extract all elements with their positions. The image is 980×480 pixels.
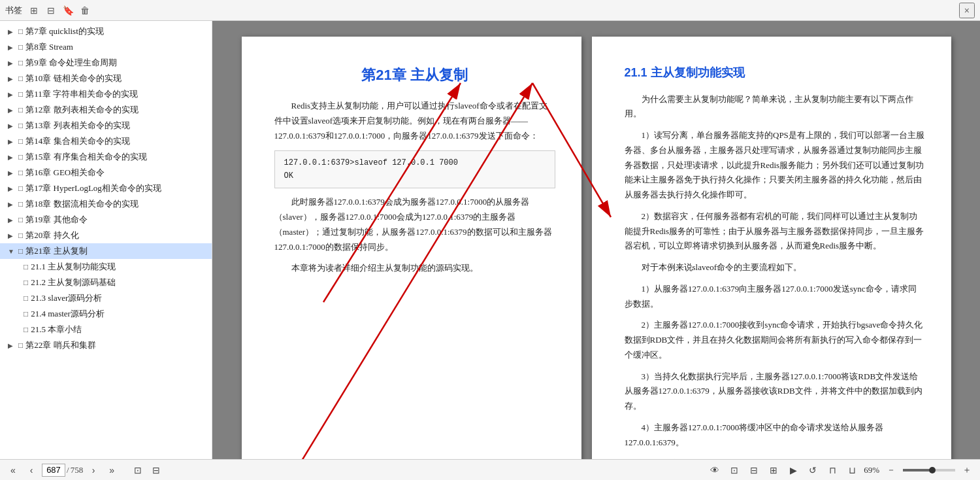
sidebar-item-ch16[interactable]: ▶ □ 第16章 GEO相关命令 bbox=[0, 165, 212, 180]
page-current-input[interactable] bbox=[42, 464, 65, 477]
bookmark-collapse-btn[interactable]: ⊟ bbox=[44, 4, 57, 17]
page-icon-ch19: □ bbox=[18, 215, 23, 225]
arrow-icon-ch22: ▶ bbox=[8, 342, 17, 349]
section-title: 21.1 主从复制功能实现 bbox=[625, 63, 925, 83]
sidebar-item-ch7[interactable]: ▶ □ 第7章 quicklist的实现 bbox=[0, 24, 212, 39]
chapter-title: 第21章 主从复制 bbox=[274, 63, 555, 87]
sidebar-item-ch21-4[interactable]: □ 21.4 master源码分析 bbox=[0, 306, 212, 322]
nav-prev-btn[interactable]: ‹ bbox=[24, 462, 39, 478]
fit-page-btn[interactable]: ⊡ bbox=[727, 462, 742, 478]
nav-next-btn[interactable]: › bbox=[86, 462, 101, 478]
arrow-icon-ch8: ▶ bbox=[8, 44, 17, 51]
arrow-icon-ch7: ▶ bbox=[8, 28, 17, 35]
bookmark-expand-btn[interactable]: ⊞ bbox=[27, 4, 41, 17]
arrow-icon-ch19: ▶ bbox=[8, 216, 17, 224]
sidebar-item-ch21-5[interactable]: □ 21.5 本章小结 bbox=[0, 322, 212, 337]
bookmark-add-btn[interactable]: 🔖 bbox=[61, 4, 74, 17]
arrow-icon-ch14: ▶ bbox=[8, 138, 17, 145]
right-para7: 3）当持久化数据执行完毕后，主服务器127.0.0.1:7000将该RDB文件发… bbox=[625, 369, 925, 414]
page-total-num: 758 bbox=[71, 465, 84, 475]
page-icon-ch7: □ bbox=[18, 27, 23, 37]
pdf-area[interactable]: 第21章 主从复制 Redis支持主从复制功能，用户可以通过执行slaveof命… bbox=[212, 21, 980, 459]
sidebar-item-ch21-1[interactable]: □ 21.1 主从复制功能实现 bbox=[0, 259, 212, 275]
page-icon-ch10: □ bbox=[18, 74, 23, 84]
arrow-icon-ch18: ▶ bbox=[8, 201, 17, 208]
crop-btn[interactable]: ⊓ bbox=[825, 462, 840, 478]
nav-last-btn[interactable]: » bbox=[104, 462, 120, 478]
sidebar-item-ch12[interactable]: ▶ □ 第12章 散列表相关命令的实现 bbox=[0, 102, 212, 118]
sidebar-item-ch21-2[interactable]: □ 21.2 主从复制源码基础 bbox=[0, 275, 212, 290]
sidebar-label-ch21-5: 21.5 本章小结 bbox=[31, 324, 82, 335]
sidebar-label-ch8: 第8章 Stream bbox=[25, 41, 73, 53]
arrow-icon-ch16: ▶ bbox=[8, 169, 17, 177]
right-para6: 2）主服务器127.0.0.1:7000接收到sync命令请求，开始执行bgsa… bbox=[625, 318, 925, 362]
nav-first-btn[interactable]: « bbox=[5, 462, 21, 478]
sidebar-label-ch12: 第12章 散列表相关命令的实现 bbox=[25, 104, 138, 116]
main-area: ▶ □ 第7章 quicklist的实现 ▶ □ 第8章 Stream ▶ □ … bbox=[0, 21, 980, 459]
sidebar-item-ch17[interactable]: ▶ □ 第17章 HyperLogLog相关命令的实现 bbox=[0, 180, 212, 196]
code-block: 127.0.0.1:6379>slaveof 127.0.0.1 7000 OK bbox=[274, 150, 555, 189]
sidebar-label-ch16: 第16章 GEO相关命令 bbox=[25, 167, 105, 179]
zoom-in-btn[interactable]: ＋ bbox=[959, 462, 975, 478]
zoom-out-btn[interactable]: － bbox=[883, 462, 899, 478]
sidebar-label-ch18: 第18章 数据流相关命令的实现 bbox=[25, 198, 138, 210]
right-para3: 2）数据容灾，任何服务器都有宕机的可能，我们同样可以通过主从复制功能提升Redi… bbox=[625, 209, 925, 254]
zoom-slider[interactable] bbox=[903, 469, 955, 471]
bookmark-toolbar: 书签 ⊞ ⊟ 🔖 🗑 × bbox=[0, 0, 980, 21]
page-layout-single-btn[interactable]: ⊡ bbox=[130, 462, 146, 478]
sidebar-item-ch18[interactable]: ▶ □ 第18章 数据流相关命令的实现 bbox=[0, 196, 212, 212]
rotate-btn[interactable]: ↺ bbox=[805, 462, 821, 478]
page-icon-ch22: □ bbox=[18, 341, 23, 351]
bookmark-toolbar-title: 书签 bbox=[5, 5, 22, 16]
page-icon-ch21-2: □ bbox=[24, 278, 28, 288]
sidebar-label-ch7: 第7章 quicklist的实现 bbox=[25, 26, 104, 37]
fit-width-btn[interactable]: ⊟ bbox=[746, 462, 762, 478]
sidebar-label-ch10: 第10章 链相关命令的实现 bbox=[25, 73, 121, 84]
sidebar-item-ch13[interactable]: ▶ □ 第13章 列表相关命令的实现 bbox=[0, 118, 212, 133]
sidebar-item-ch11[interactable]: ▶ □ 第11章 字符串相关命令的实现 bbox=[0, 86, 212, 102]
sidebar-content[interactable]: ▶ □ 第7章 quicklist的实现 ▶ □ 第8章 Stream ▶ □ … bbox=[0, 21, 212, 459]
sidebar-label-ch13: 第13章 列表相关命令的实现 bbox=[25, 120, 129, 131]
page-icon-ch12: □ bbox=[18, 105, 23, 115]
arrow-icon-ch11: ▶ bbox=[8, 91, 17, 98]
eye-btn[interactable]: 👁 bbox=[707, 462, 723, 478]
page-icon-ch11: □ bbox=[18, 90, 23, 99]
right-para1: 为什么需要主从复制功能呢？简单来说，主从复制功能主要有以下两点作用。 bbox=[625, 92, 925, 122]
sidebar-item-ch10[interactable]: ▶ □ 第10章 链相关命令的实现 bbox=[0, 71, 212, 86]
sidebar-label-ch19: 第19章 其他命令 bbox=[25, 214, 87, 226]
code-line1: 127.0.0.1:6379>slaveof 127.0.0.1 7000 bbox=[284, 156, 546, 169]
left-para2: 此时服务器127.0.0.1:6379会成为服务器127.0.0.1:7000的… bbox=[274, 195, 555, 254]
sidebar-item-ch19[interactable]: ▶ □ 第19章 其他命令 bbox=[0, 212, 212, 228]
pdf-left-page: 第21章 主从复制 Redis支持主从复制功能，用户可以通过执行slaveof命… bbox=[242, 37, 581, 459]
right-para2: 1）读写分离，单台服务器能支持的QPS是有上限的，我们可以部署一台主服务器、多台… bbox=[625, 128, 925, 203]
sidebar-item-ch15[interactable]: ▶ □ 第15章 有序集合相关命令的实现 bbox=[0, 149, 212, 165]
arrow-icon-ch12: ▶ bbox=[8, 107, 17, 114]
sidebar-item-ch14[interactable]: ▶ □ 第14章 集合相关命令的实现 bbox=[0, 133, 212, 149]
right-para5: 1）从服务器127.0.0.1:6379向主服务器127.0.0.1:7000发… bbox=[625, 282, 925, 312]
close-button[interactable]: × bbox=[959, 3, 975, 18]
sidebar-item-ch21-3[interactable]: □ 21.3 slaver源码分析 bbox=[0, 290, 212, 306]
play-btn[interactable]: ▶ bbox=[785, 462, 801, 478]
page-icon-ch15: □ bbox=[18, 152, 23, 162]
arrow-icon-ch9: ▶ bbox=[8, 60, 17, 67]
page-total: / bbox=[67, 465, 69, 475]
sidebar-label-ch9: 第9章 命令处理生命周期 bbox=[25, 57, 117, 69]
code-line2: OK bbox=[284, 169, 546, 182]
page-icon-ch14: □ bbox=[18, 137, 23, 146]
sidebar-label-ch21-1: 21.1 主从复制功能实现 bbox=[31, 261, 116, 273]
pdf-right-page: 21.1 主从复制功能实现 为什么需要主从复制功能呢？简单来说，主从复制功能主要… bbox=[592, 37, 951, 459]
sidebar-item-ch21[interactable]: ▼ □ 第21章 主从复制 bbox=[0, 243, 212, 259]
zoom-percent: 69% bbox=[864, 465, 879, 475]
arrow-icon-ch10: ▶ bbox=[8, 75, 17, 82]
zoom-slider-thumb[interactable] bbox=[929, 467, 936, 473]
sidebar-item-ch8[interactable]: ▶ □ 第8章 Stream bbox=[0, 39, 212, 55]
sidebar-item-ch22[interactable]: ▶ □ 第22章 哨兵和集群 bbox=[0, 337, 212, 353]
two-page-btn[interactable]: ⊞ bbox=[766, 462, 781, 478]
sidebar-item-ch9[interactable]: ▶ □ 第9章 命令处理生命周期 bbox=[0, 55, 212, 71]
page-layout-double-btn[interactable]: ⊟ bbox=[148, 462, 164, 478]
select-btn[interactable]: ⊔ bbox=[844, 462, 860, 478]
sidebar: ▶ □ 第7章 quicklist的实现 ▶ □ 第8章 Stream ▶ □ … bbox=[0, 21, 212, 459]
arrow-icon-ch21: ▼ bbox=[8, 248, 17, 255]
bookmark-delete-btn[interactable]: 🗑 bbox=[78, 4, 91, 17]
sidebar-item-ch20[interactable]: ▶ □ 第20章 持久化 bbox=[0, 228, 212, 243]
